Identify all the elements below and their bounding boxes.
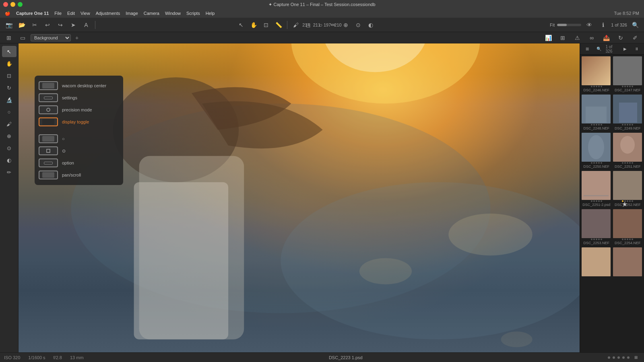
film-thumb-2251-2[interactable]: DSC_2251-2.psd xyxy=(582,171,611,208)
tool-gradient[interactable]: ◐ xyxy=(2,154,17,166)
film-thumb-2254[interactable]: DSC_2254.NEF xyxy=(613,209,643,246)
toolbar-right: Fit 👁 ℹ 1 of 326 🔍 xyxy=(550,19,641,31)
apple-menu[interactable]: 🍎 xyxy=(2,10,13,17)
minimize-button[interactable] xyxy=(10,2,15,7)
wacom-btn-desktop-center xyxy=(39,81,58,90)
film-thumb-2252[interactable]: ★ DSC_2252.NEF xyxy=(613,171,643,208)
filmstrip-play-btn[interactable]: ▶ xyxy=(620,43,630,55)
svg-rect-15 xyxy=(619,103,637,123)
wacom-item-5[interactable]: ○ xyxy=(39,133,119,145)
wacom-label-6: ⊙ xyxy=(62,148,66,154)
filmstrip-row-6 xyxy=(582,247,642,278)
svg-point-19 xyxy=(620,136,635,154)
search-button[interactable]: 🔍 xyxy=(630,19,641,31)
film-thumb-2246[interactable]: DSC_2246.NEF xyxy=(582,56,611,93)
eraser-tool[interactable]: ◻ xyxy=(303,19,314,31)
maximize-button[interactable] xyxy=(18,2,23,7)
film-thumb-label-2254: DSC_2254.NEF xyxy=(613,241,643,246)
viewer-button[interactable]: 👁 xyxy=(584,19,595,31)
tool-eyedropper[interactable]: 🔬 xyxy=(2,94,17,105)
edit-button[interactable]: ✐ xyxy=(630,32,641,43)
capture-button[interactable]: 📷 xyxy=(3,19,14,31)
film-thumb-2253[interactable]: DSC_2253.NEF xyxy=(582,209,611,246)
redo-button[interactable]: ↪ xyxy=(55,19,66,31)
info-button[interactable]: ℹ xyxy=(597,19,609,31)
svg-rect-10 xyxy=(582,56,611,85)
menu-edit[interactable]: Edit xyxy=(65,10,77,16)
menu-view[interactable]: View xyxy=(78,10,93,16)
menu-file[interactable]: File xyxy=(52,10,64,16)
wacom-item-desktop-center[interactable]: wacom desktop center xyxy=(39,80,119,92)
compare-button[interactable]: ∞ xyxy=(586,32,597,43)
refresh-button[interactable]: ↻ xyxy=(615,32,626,43)
filmstrip-sort-btn[interactable]: ⏸ xyxy=(632,43,642,55)
system-icons: Tue 8:52 PM xyxy=(611,10,642,16)
forward-button[interactable]: ➤ xyxy=(68,19,79,31)
svg-rect-13 xyxy=(586,107,607,123)
tool-heal[interactable]: ⊕ xyxy=(2,130,17,142)
tool-select[interactable]: ↖ xyxy=(2,46,17,57)
svg-rect-26 xyxy=(613,247,642,276)
titlebar: ✦ Capture One 11 – Final – Test Session.… xyxy=(0,0,644,9)
tool-hand[interactable]: ✋ xyxy=(2,58,17,69)
tool-rotate[interactable]: ↻ xyxy=(2,82,17,93)
export-button[interactable]: 📤 xyxy=(601,32,612,43)
menu-camera[interactable]: Camera xyxy=(141,10,162,16)
ruler-tool[interactable]: 📏 xyxy=(273,19,284,31)
add-layer-button[interactable]: + xyxy=(73,34,80,41)
zoom-slider[interactable] xyxy=(557,24,581,26)
brush-tool[interactable]: 🖌 xyxy=(290,19,301,31)
menu-window[interactable]: Window xyxy=(163,10,183,16)
remove-button[interactable]: ✂ xyxy=(29,19,40,31)
open-button[interactable]: 📂 xyxy=(16,19,27,31)
heal-tool[interactable]: ⊕ xyxy=(340,19,351,31)
filmstrip-count: 1 of 326 xyxy=(606,45,619,53)
tool-brush[interactable]: 🖌 xyxy=(2,118,17,130)
crop-tool[interactable]: ⊡ xyxy=(260,19,272,31)
menu-scripts[interactable]: Scripts xyxy=(184,10,202,16)
histogram-button[interactable]: 📊 xyxy=(543,32,554,43)
gradient-tool[interactable]: ◐ xyxy=(365,19,376,31)
tool-mask[interactable]: ○ xyxy=(2,106,17,117)
status-grid-btn[interactable]: ⊞ xyxy=(632,354,640,361)
cursor-tool[interactable]: ↖ xyxy=(235,19,247,31)
tool-crop[interactable]: ⊡ xyxy=(2,70,17,81)
wacom-item-precision[interactable]: precision mode xyxy=(39,104,119,116)
grid-view-button[interactable]: ⊞ xyxy=(3,32,14,43)
film-thumb-2255[interactable] xyxy=(582,247,611,278)
move-tool[interactable]: ✋ xyxy=(248,19,259,31)
clone-tool[interactable]: ⊙ xyxy=(353,19,364,31)
film-thumb-2249[interactable]: DSC_2249.NEF xyxy=(613,95,643,131)
layer-select[interactable]: Background xyxy=(31,34,71,41)
warning-button[interactable]: ⚠ xyxy=(572,32,583,43)
tool-annotate[interactable]: ✏ xyxy=(2,167,17,178)
filmstrip-filter-btn[interactable]: 🔍 xyxy=(594,43,604,55)
menu-image[interactable]: Image xyxy=(123,10,140,16)
filmstrip-grid-btn[interactable]: ⊞ xyxy=(582,43,592,55)
undo-button[interactable]: ↩ xyxy=(42,19,53,31)
single-view-button[interactable]: ▭ xyxy=(17,32,28,43)
svg-rect-24 xyxy=(613,209,642,238)
film-thumb-label-2247: DSC_2247.NEF xyxy=(613,88,643,93)
wacom-item-pan-scroll[interactable]: pan/scroll xyxy=(39,169,119,181)
tool-clone[interactable]: ⊙ xyxy=(2,142,17,154)
close-button[interactable] xyxy=(3,2,8,7)
film-thumb-2256[interactable] xyxy=(613,247,643,278)
text-button[interactable]: A xyxy=(80,19,92,31)
film-thumb-2250[interactable]: DSC_2250.NEF xyxy=(582,133,611,169)
wacom-item-settings[interactable]: settings xyxy=(39,92,119,104)
film-thumb-2248[interactable]: DSC_2248.NEF xyxy=(582,95,611,131)
grid-button[interactable]: ⊞ xyxy=(557,32,568,43)
svg-point-17 xyxy=(588,135,604,159)
film-thumb-img-2246 xyxy=(582,56,611,85)
menu-help[interactable]: Help xyxy=(203,10,217,16)
status-dot-3 xyxy=(617,356,620,359)
film-thumb-2251[interactable]: DSC_2251.NEF xyxy=(613,133,643,169)
menu-adjustments[interactable]: Adjustments xyxy=(93,10,123,16)
wacom-item-6[interactable]: ⊙ xyxy=(39,145,119,157)
lasso-tool[interactable]: ○ xyxy=(315,19,326,31)
pen-tool[interactable]: ✏ xyxy=(328,19,339,31)
wacom-item-display-toggle[interactable]: display toggle xyxy=(39,116,119,128)
wacom-item-option[interactable]: option xyxy=(39,157,119,169)
film-thumb-2247[interactable]: DSC_2247.NEF xyxy=(613,56,643,93)
